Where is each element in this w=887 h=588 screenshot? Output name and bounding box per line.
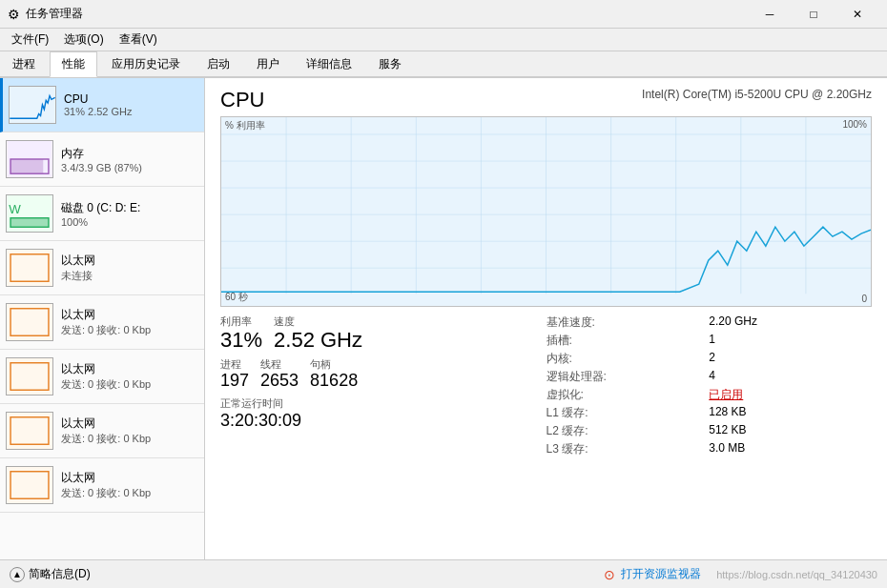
sidebar-item-ethernet-3[interactable]: 以太网 发送: 0 接收: 0 Kbp xyxy=(0,350,204,404)
content-area: CPU Intel(R) Core(TM) i5-5200U CPU @ 2.2… xyxy=(205,78,887,559)
memory-name: 内存 xyxy=(61,146,198,162)
tabbar: 进程 性能 应用历史记录 启动 用户 详细信息 服务 xyxy=(0,51,887,78)
speed-label: 速度 xyxy=(274,314,362,329)
ethernet2-info: 以太网 发送: 0 接收: 0 Kbp xyxy=(61,307,198,337)
svg-rect-8 xyxy=(7,250,52,286)
ethernet4-name: 以太网 xyxy=(61,416,198,432)
handles-value: 81628 xyxy=(310,372,358,391)
sidebar[interactable]: CPU 31% 2.52 GHz 内存 3.4/3.9 GB (87%) xyxy=(0,78,205,559)
resource-monitor-link[interactable]: ⊙ 打开资源监视器 xyxy=(604,566,701,582)
cpu-subtitle: Intel(R) Core(TM) i5-5200U CPU @ 2.20GHz xyxy=(642,88,872,101)
util-speed-row: 利用率 31% 速度 2.52 GHz xyxy=(220,314,547,352)
memory-info: 内存 3.4/3.9 GB (87%) xyxy=(61,146,198,173)
specs-grid: 基准速度: 2.20 GHz 插槽: 1 内核: 2 逻辑处理器: 4 虚拟化:… xyxy=(547,314,873,457)
disk-info: 磁盘 0 (C: D: E: 100% xyxy=(61,200,198,228)
resource-monitor-label: 打开资源监视器 xyxy=(621,566,701,582)
cpu-name: CPU xyxy=(64,92,198,106)
app-title: 任务管理器 xyxy=(26,6,83,22)
l1-label: L1 缓存: xyxy=(547,405,710,421)
speed-value: 2.52 GHz xyxy=(274,329,362,352)
svg-text:W: W xyxy=(9,202,21,216)
ethernet5-thumbnail xyxy=(6,466,53,504)
close-button[interactable]: ✕ xyxy=(835,0,879,29)
l1-value: 128 KB xyxy=(709,405,872,421)
ethernet2-name: 以太网 xyxy=(61,307,198,323)
app-icon: ⚙ xyxy=(8,7,20,22)
sockets-value: 1 xyxy=(709,333,872,349)
sidebar-item-cpu[interactable]: CPU 31% 2.52 GHz xyxy=(0,78,204,132)
menu-view[interactable]: 查看(V) xyxy=(112,30,165,50)
l2-value: 512 KB xyxy=(709,423,872,439)
menu-file[interactable]: 文件(F) xyxy=(4,30,56,50)
cpu-sub: 31% 2.52 GHz xyxy=(64,106,198,117)
handles-block: 句柄 81628 xyxy=(310,357,358,391)
base-speed-label: 基准速度: xyxy=(547,314,710,331)
tab-performance[interactable]: 性能 xyxy=(50,51,97,77)
ethernet4-thumbnail xyxy=(6,412,53,450)
tab-users[interactable]: 用户 xyxy=(244,51,292,76)
monitor-icon: ⊙ xyxy=(604,567,615,582)
chevron-up-icon: ▲ xyxy=(10,567,25,582)
tab-services[interactable]: 服务 xyxy=(366,51,414,76)
cores-label: 内核: xyxy=(547,351,710,367)
menubar: 文件(F) 选项(O) 查看(V) xyxy=(0,29,887,51)
bottombar: ▲ 简略信息(D) ⊙ 打开资源监视器 https://blog.csdn.ne… xyxy=(0,559,887,588)
ethernet3-name: 以太网 xyxy=(61,361,198,377)
disk-thumbnail: W xyxy=(6,194,53,233)
processes-label: 进程 xyxy=(220,357,249,372)
svg-rect-12 xyxy=(7,358,52,395)
ethernet4-info: 以太网 发送: 0 接收: 0 Kbp xyxy=(61,416,198,446)
tab-startup[interactable]: 启动 xyxy=(195,51,242,76)
ethernet1-thumbnail xyxy=(6,249,53,287)
summary-button[interactable]: ▲ 简略信息(D) xyxy=(10,566,91,582)
ethernet5-info: 以太网 发送: 0 接收: 0 Kbp xyxy=(61,470,198,500)
virtualization-value: 已启用 xyxy=(709,387,872,403)
sidebar-item-ethernet-4[interactable]: 以太网 发送: 0 接收: 0 Kbp xyxy=(0,404,204,458)
ethernet3-thumbnail xyxy=(6,357,53,395)
sidebar-item-disk[interactable]: W 磁盘 0 (C: D: E: 100% xyxy=(0,187,204,241)
menu-options[interactable]: 选项(O) xyxy=(56,30,111,50)
ethernet1-name: 以太网 xyxy=(61,253,198,269)
base-speed-value: 2.20 GHz xyxy=(709,314,872,331)
disk-sub: 100% xyxy=(61,216,198,228)
ethernet1-sub: 未连接 xyxy=(61,269,198,283)
sidebar-item-ethernet-5[interactable]: 以太网 发送: 0 接收: 0 Kbp xyxy=(0,458,204,513)
svg-rect-14 xyxy=(7,413,52,449)
cpu-chart: % 利用率 100% xyxy=(220,116,872,307)
sockets-label: 插槽: xyxy=(547,333,710,349)
speed-block: 速度 2.52 GHz xyxy=(274,314,362,352)
threads-label: 线程 xyxy=(260,357,299,372)
titlebar: ⚙ 任务管理器 ─ □ ✕ xyxy=(0,0,887,29)
l2-label: L2 缓存: xyxy=(547,423,710,439)
ethernet3-info: 以太网 发送: 0 接收: 0 Kbp xyxy=(61,361,198,392)
handles-label: 句柄 xyxy=(310,357,358,372)
virtualization-label: 虚拟化: xyxy=(547,387,710,403)
sidebar-item-ethernet-2[interactable]: 以太网 发送: 0 接收: 0 Kbp xyxy=(0,295,204,350)
sidebar-item-memory[interactable]: 内存 3.4/3.9 GB (87%) xyxy=(0,132,204,187)
uptime-label: 正常运行时间 xyxy=(220,396,547,411)
utilization-value: 31% xyxy=(220,329,262,352)
sidebar-item-ethernet-1[interactable]: 以太网 未连接 xyxy=(0,241,204,295)
l3-value: 3.0 MB xyxy=(709,441,872,457)
proc-thread-handle-row: 进程 197 线程 2653 句柄 81628 xyxy=(220,357,547,391)
titlebar-left: ⚙ 任务管理器 xyxy=(8,6,83,22)
svg-rect-10 xyxy=(7,304,52,340)
ethernet5-name: 以太网 xyxy=(61,470,198,486)
minimize-button[interactable]: ─ xyxy=(748,0,792,29)
ethernet4-sub: 发送: 0 接收: 0 Kbp xyxy=(61,432,198,446)
svg-rect-16 xyxy=(7,467,52,503)
maximize-button[interactable]: □ xyxy=(792,0,835,29)
ethernet5-sub: 发送: 0 接收: 0 Kbp xyxy=(61,486,198,500)
summary-label: 简略信息(D) xyxy=(29,566,91,582)
main-layout: CPU 31% 2.52 GHz 内存 3.4/3.9 GB (87%) xyxy=(0,78,887,559)
svg-rect-7 xyxy=(10,218,49,228)
cpu-thumbnail xyxy=(9,86,56,124)
chart-x-label: 60 秒 xyxy=(225,291,248,304)
tab-processes[interactable]: 进程 xyxy=(0,51,48,76)
memory-sub: 3.4/3.9 GB (87%) xyxy=(61,162,198,173)
tab-app-history[interactable]: 应用历史记录 xyxy=(99,51,193,76)
tab-details[interactable]: 详细信息 xyxy=(294,51,364,76)
svg-rect-3 xyxy=(10,159,43,173)
window-controls: ─ □ ✕ xyxy=(748,0,879,29)
processes-value: 197 xyxy=(220,372,249,391)
